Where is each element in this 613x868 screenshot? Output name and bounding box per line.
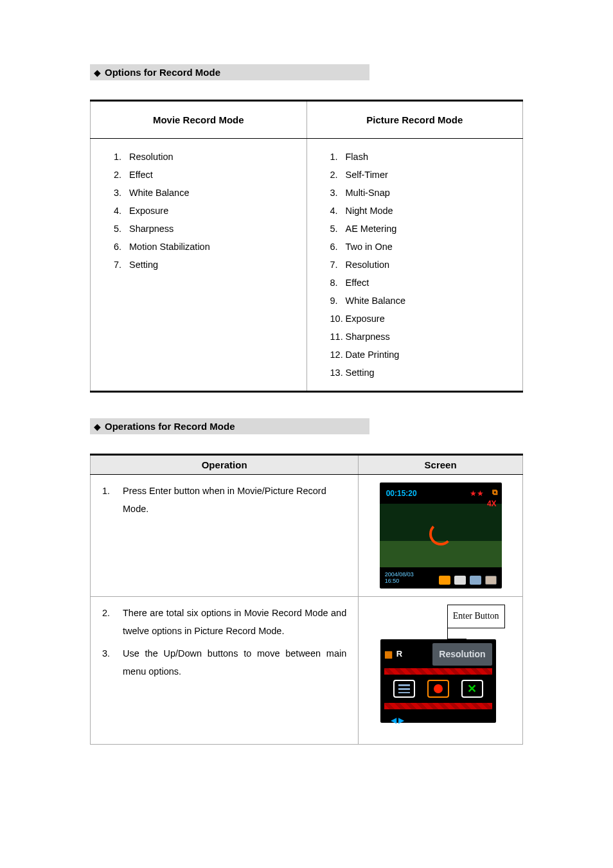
item-text: Self-Timer [346,170,388,180]
item-text: Exposure [346,314,385,324]
item-number: 12. [330,350,346,360]
item-text: Effect [129,170,153,180]
item-text: Flash [346,152,368,162]
callout-line [447,621,466,639]
item-number: 11. [330,332,346,342]
date-line2: 16:50 [385,578,414,585]
list-item: 6.Motion Stabilization [114,238,283,256]
item-text: Sharpness [346,332,390,342]
divider-stripe [384,703,492,709]
item-number: 1. [114,152,129,162]
status-icon [454,576,466,585]
list-item: 6.Two in One [330,238,500,256]
col-header-screen: Screen [359,455,523,475]
screen-preview-menu: ▦ R Resolution ✕ ◀ ▶ [380,639,496,723]
movie-options-cell: 1.Resolution2.Effect3.White Balance4.Exp… [91,139,307,392]
menu-icon-close: ✕ [461,680,483,698]
step-text: There are total six options in Movie Rec… [123,605,346,640]
section-header-operations: ◆ Operations for Record Mode [90,418,369,434]
step-number: 3. [102,645,114,680]
list-item: 3.Multi-Snap [330,184,500,202]
item-text: Setting [346,368,375,378]
item-text: Night Mode [346,206,393,216]
screen-stars-icon: ★★ [470,486,484,501]
item-number: 9. [330,296,346,306]
operation-cell-1: 1. Press Enter button when in Movie/Pict… [91,475,359,597]
status-icon [439,576,450,585]
item-text: White Balance [129,188,190,198]
list-item: 5.AE Metering [330,220,500,238]
list-item: 7.Resolution [330,256,500,274]
item-number: 3. [330,188,346,198]
divider-stripe [384,668,492,675]
list-item: 4.Night Mode [330,202,500,220]
item-number: 4. [330,206,346,216]
diamond-icon: ◆ [94,68,101,77]
list-item: 2.Self-Timer [330,166,500,184]
item-text: AE Metering [346,224,397,234]
screen-cell-1: 00:15:20 ★★ ⧉ 4X 2004/08/03 16:50 [359,475,523,597]
screen-preview-record: 00:15:20 ★★ ⧉ 4X 2004/08/03 16:50 [380,483,502,589]
item-text: Motion Stabilization [129,242,210,252]
screen-zoom: 4X [487,497,497,511]
section-title: Operations for Record Mode [105,421,235,432]
item-number: 7. [330,260,346,270]
item-text: Setting [129,260,158,270]
step-number: 1. [102,483,114,518]
item-text: Effect [346,278,369,288]
menu-icon-row: ✕ [384,677,492,700]
item-text: White Balance [346,296,406,306]
col-header-movie: Movie Record Mode [91,101,307,139]
options-table: Movie Record Mode Picture Record Mode 1.… [90,100,523,393]
list-item: 9.White Balance [330,292,500,310]
item-number: 6. [114,242,129,252]
list-item: 8.Effect [330,274,500,292]
item-number: 5. [330,224,346,234]
menu-top-row: ▦ R Resolution [384,643,492,666]
screen-bottom-icons [439,576,497,585]
item-number: 2. [114,170,129,180]
list-item: 4.Exposure [114,202,283,220]
list-item: 11.Sharpness [330,328,500,346]
movie-options-list: 1.Resolution2.Effect3.White Balance4.Exp… [114,148,283,274]
menu-icon-record [427,680,449,698]
item-text: Date Printing [346,350,400,360]
item-number: 3. [114,188,129,198]
step-text: Use the Up/Down buttons to move between … [123,645,346,680]
diamond-icon: ◆ [94,422,101,431]
item-number: 13. [330,368,346,378]
step-text: Press Enter button when in Movie/Picture… [123,483,346,518]
status-icon [470,576,481,585]
item-number: 4. [114,206,129,216]
picture-options-cell: 1.Flash2.Self-Timer3.Multi-Snap4.Night M… [306,139,523,392]
item-text: Two in One [346,242,393,252]
item-text: Multi-Snap [346,188,390,198]
operation-step: 1. Press Enter button when in Movie/Pict… [102,483,346,518]
list-item: 2.Effect [114,166,283,184]
item-text: Sharpness [129,224,173,234]
item-text: Resolution [346,260,390,270]
list-item: 13.Setting [330,364,500,382]
item-number: 2. [330,170,346,180]
list-item: 1.Flash [330,148,500,166]
camera-icon: ▦ [384,646,393,663]
operations-table: Operation Screen 1. Press Enter button w… [90,454,523,745]
list-item: 12.Date Printing [330,346,500,364]
list-item: 7.Setting [114,256,283,274]
col-header-picture: Picture Record Mode [306,101,523,139]
swirl-icon [429,522,452,545]
list-item: 3.White Balance [114,184,283,202]
item-text: Exposure [129,206,168,216]
item-number: 6. [330,242,346,252]
picture-options-list: 1.Flash2.Self-Timer3.Multi-Snap4.Night M… [330,148,500,382]
item-number: 1. [330,152,346,162]
nav-arrows-icon: ◀ ▶ [384,712,492,728]
operation-cell-2: 2. There are total six options in Movie … [91,597,359,745]
item-number: 10. [330,314,346,324]
screen-time: 00:15:20 [386,486,417,501]
list-item: 1.Resolution [114,148,283,166]
record-indicator: R [396,646,402,662]
col-header-operation: Operation [91,455,359,475]
section-title: Options for Record Mode [105,67,220,78]
resolution-menu-item: Resolution [432,643,492,666]
